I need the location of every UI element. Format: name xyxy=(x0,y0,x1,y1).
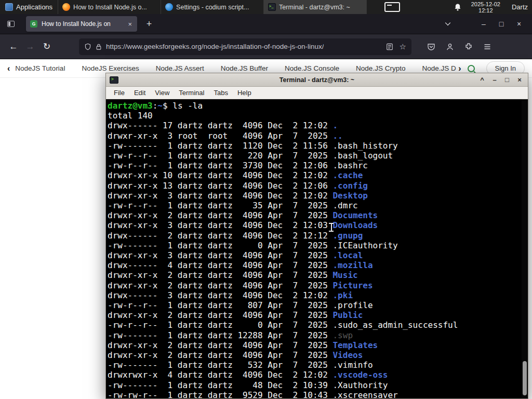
browser-window-controls: – □ × xyxy=(475,20,528,28)
clock[interactable]: 2025-12-02 12:12 xyxy=(471,1,500,14)
applications-menu-button[interactable]: Applications xyxy=(0,0,58,14)
browser-maximize-button[interactable]: □ xyxy=(493,20,510,28)
site-nav-item[interactable]: Node.JS Crypto xyxy=(356,64,405,72)
tab-bar: G How to Install Node.js on × + – □ × xyxy=(0,14,532,34)
terminal-output[interactable]: dartz@vm3:~$ ls -latotal 140drwx------ 1… xyxy=(106,99,528,398)
terminal-window-controls: ^ – □ × xyxy=(477,76,524,84)
site-search-icon[interactable] xyxy=(468,65,475,72)
terminal-line: drwxrwxr-x 4 dartz dartz 4096 Dec 2 12:0… xyxy=(108,370,521,380)
terminal-scrollbar[interactable] xyxy=(522,99,528,398)
desktop: Applications How to Install Node.js o...… xyxy=(0,0,532,399)
terminal-line: drwxr-xr-x 3 dartz dartz 4096 Apr 7 2025… xyxy=(108,250,521,260)
taskbar-window-button[interactable]: How to Install Node.js o... xyxy=(58,0,161,14)
bookmark-star-icon[interactable]: ☆ xyxy=(400,42,406,51)
site-nav-item[interactable]: Node.JS DNS xyxy=(422,64,456,72)
site-nav-item[interactable]: Node.JS Assert xyxy=(156,64,204,72)
panel-right: 2025-12-02 12:12 Dartz xyxy=(454,0,532,14)
clock-date: 2025-12-02 xyxy=(471,1,500,7)
terminal-line: -rw------- 1 dartz dartz 0 Apr 7 2025 .I… xyxy=(108,241,521,250)
navigation-toolbar: ← → ↻ https://www.geeksforgeeks.org/node… xyxy=(0,34,532,59)
terminal-close-button[interactable]: × xyxy=(515,76,524,84)
terminal-scrollbar-thumb[interactable] xyxy=(523,361,527,395)
terminal-line: drwx------ 17 dartz dartz 4096 Dec 2 12:… xyxy=(108,121,521,130)
site-nav-item[interactable]: NodeJS Tutorial xyxy=(15,64,65,72)
site-nav-list: NodeJS Tutorial NodeJS Exercises Node.JS… xyxy=(15,64,456,72)
tab-close-icon[interactable]: × xyxy=(127,20,133,28)
terminal-menu-item[interactable]: Tabs xyxy=(209,89,232,97)
terminal-menu-item[interactable]: View xyxy=(150,89,174,97)
tray-terminal-icon[interactable] xyxy=(384,2,400,12)
mouse-cursor-ibeam xyxy=(329,223,334,232)
terminal-line: drwxr-xr-x 10 dartz dartz 4096 Dec 2 12:… xyxy=(108,170,521,180)
terminal-window: Terminal - dartz@vm3: ~ ^ – □ × File Edi… xyxy=(105,73,528,399)
firefox-view-button[interactable] xyxy=(4,17,18,31)
terminal-line: drwxr-xr-x 2 dartz dartz 4096 Apr 7 2025… xyxy=(108,281,521,290)
site-nav-item[interactable]: NodeJS Exercises xyxy=(82,64,139,72)
terminal-line: -rw------- 1 dartz dartz 1120 Dec 2 11:5… xyxy=(108,141,521,151)
terminal-line: drwxr-xr-x 2 dartz dartz 4096 Apr 7 2025… xyxy=(108,340,521,350)
terminal-titlebar[interactable]: Terminal - dartz@vm3: ~ ^ – □ × xyxy=(106,73,528,87)
window-title: How to Install Node.js o... xyxy=(73,4,147,11)
tracking-protection-shield-icon[interactable] xyxy=(84,43,91,50)
terminal-app-icon xyxy=(110,76,118,84)
terminal-line: -rw-r--r-- 1 dartz dartz 220 Apr 7 2025 … xyxy=(108,151,521,161)
clock-time: 12:12 xyxy=(478,7,493,14)
account-icon[interactable] xyxy=(442,38,458,55)
terminal-title: Terminal - dartz@vm3: ~ xyxy=(106,76,528,84)
nav-scroll-right-icon[interactable]: › xyxy=(458,64,461,73)
terminal-menu-item[interactable]: Terminal xyxy=(174,89,209,97)
site-nav-item[interactable]: Node.JS Buffer xyxy=(221,64,268,72)
taskbar-window-button[interactable]: Terminal - dartz@vm3: ~ xyxy=(264,0,367,14)
window-icon xyxy=(62,3,70,11)
terminal-menu-item[interactable]: Edit xyxy=(129,89,150,97)
new-tab-button[interactable]: + xyxy=(142,19,156,30)
terminal-line: -rw-r--r-- 1 dartz dartz 0 Apr 7 2025 .s… xyxy=(108,320,521,330)
terminal-menu-item[interactable]: Help xyxy=(233,89,256,97)
notifications-bell-icon[interactable] xyxy=(454,3,462,11)
window-title: Terminal - dartz@vm3: ~ xyxy=(279,4,350,11)
forward-button[interactable]: → xyxy=(22,38,38,55)
extensions-puzzle-icon[interactable] xyxy=(460,38,477,55)
terminal-line: -rw-r--r-- 1 dartz dartz 3730 Dec 2 12:0… xyxy=(108,161,521,170)
menu-hamburger-icon[interactable] xyxy=(479,38,496,55)
url-input[interactable]: https://www.geeksforgeeks.org/node-js/in… xyxy=(79,38,411,55)
site-favicon: G xyxy=(30,20,37,28)
terminal-menu-item[interactable]: File xyxy=(109,89,129,97)
site-nav-item[interactable]: Node.JS Console xyxy=(285,64,339,72)
terminal-line: drwx------ 3 dartz dartz 4096 Dec 2 12:0… xyxy=(108,290,521,300)
taskbar-window-button[interactable]: Settings - codium script... xyxy=(161,0,264,14)
terminal-line: drwxr-xr-x 2 dartz dartz 4096 Apr 7 2025… xyxy=(108,350,521,360)
window-icon xyxy=(165,3,173,11)
browser-tab[interactable]: G How to Install Node.js on × xyxy=(26,16,137,32)
panel-user-label[interactable]: Dartz xyxy=(510,3,528,11)
terminal-shade-button[interactable]: ^ xyxy=(477,76,487,84)
terminal-line: drwxr-xr-x 3 root root 4096 Apr 7 2025 .… xyxy=(108,131,521,141)
terminal-line: drwxr-xr-x 3 dartz dartz 4096 Dec 2 12:0… xyxy=(108,220,521,230)
window-title: Settings - codium script... xyxy=(176,4,249,11)
list-all-tabs-chevron-icon[interactable] xyxy=(445,20,451,26)
terminal-line: -rw------- 1 dartz dartz 532 Apr 7 2025 … xyxy=(108,360,521,370)
terminal-line: -rw-rw-r-- 1 dartz dartz 9529 Dec 2 10:4… xyxy=(108,390,521,398)
reader-view-icon[interactable] xyxy=(386,43,393,50)
terminal-minimize-button[interactable]: – xyxy=(490,76,499,84)
terminal-line: drwx------ 4 dartz dartz 4096 Apr 7 2025… xyxy=(108,260,521,270)
terminal-line: dartz@vm3:~$ ls -la xyxy=(108,101,521,111)
taskbar: How to Install Node.js o... Settings - c… xyxy=(58,0,367,14)
window-icon xyxy=(268,3,276,11)
terminal-line: -rw-r--r-- 1 dartz dartz 807 Apr 7 2025 … xyxy=(108,300,521,310)
lock-icon[interactable] xyxy=(96,43,102,50)
terminal-line: drwx------ 2 dartz dartz 4096 Dec 2 12:1… xyxy=(108,231,521,241)
reload-button[interactable]: ↻ xyxy=(38,38,55,55)
terminal-line: total 140 xyxy=(108,111,521,121)
nav-scroll-left-icon[interactable]: ‹ xyxy=(7,64,10,73)
terminal-menubar: File Edit View Terminal Tabs Help xyxy=(106,87,528,99)
firefox-view-icon xyxy=(7,21,15,27)
browser-minimize-button[interactable]: – xyxy=(475,20,493,28)
browser-close-button[interactable]: × xyxy=(510,20,528,28)
terminal-maximize-button[interactable]: □ xyxy=(502,76,512,84)
applications-icon xyxy=(5,3,13,11)
desktop-panel: Applications How to Install Node.js o...… xyxy=(0,0,532,14)
terminal-line: drwxr-xr-x 2 dartz dartz 4096 Apr 7 2025… xyxy=(108,310,521,320)
back-button[interactable]: ← xyxy=(5,38,22,55)
pocket-icon[interactable] xyxy=(423,38,440,55)
